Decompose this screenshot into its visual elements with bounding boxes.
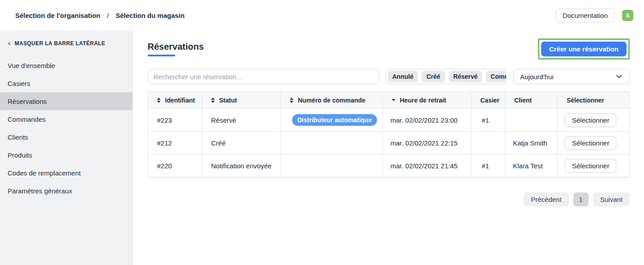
topbar: Sélection de l'organisation / Sélection … <box>0 0 644 30</box>
column-header-heure-de-retrait[interactable]: Heure de retrait <box>383 92 471 109</box>
cell-client <box>505 109 558 132</box>
controls-row: Annulé Créé Réservé Commande Aujourd'hui <box>148 69 630 84</box>
chevron-down-icon <box>615 73 623 81</box>
column-header-casier: Casier <box>471 92 505 109</box>
column-label: Statut <box>219 97 237 104</box>
create-reservation-button[interactable]: Créer une réservation <box>541 42 627 56</box>
main-content: Réservations Créer une réservation Annul… <box>133 30 644 265</box>
previous-page-button[interactable]: Précédent <box>524 192 568 206</box>
sidebar: ‹ MASQUER LA BARRE LATÉRALE Vue d'ensemb… <box>0 30 133 265</box>
filter-chip-cree[interactable]: Créé <box>422 71 445 82</box>
sort-icon <box>157 98 161 103</box>
cell-casier <box>471 132 505 154</box>
sort-icon <box>290 98 293 103</box>
cell-numero-de-commande <box>281 154 383 177</box>
reservations-table: Identifiant Statut Numéro de commande He… <box>148 91 630 178</box>
cell-casier: #1 <box>471 109 505 132</box>
select-row-button[interactable]: Sélectionner <box>565 113 616 127</box>
column-header-selectionner: Sélectionner <box>558 92 629 109</box>
sidebar-collapse-label: MASQUER LA BARRE LATÉRALE <box>15 40 106 47</box>
sidebar-item-commandes[interactable]: Commandes <box>0 110 132 128</box>
page-number-button[interactable]: 1 <box>573 192 589 206</box>
cell-heure-de-retrait: mar. 02/02/2021 21:45 <box>383 154 471 177</box>
page-title: Réservations <box>148 42 204 56</box>
cell-client: Katja Smith <box>505 132 558 154</box>
column-label: Client <box>514 97 532 104</box>
sidebar-item-produits[interactable]: Produits <box>0 146 132 164</box>
documentation-button[interactable]: Documentation <box>556 9 614 22</box>
filter-chip-reserve[interactable]: Réservé <box>449 71 483 82</box>
topbar-right: Documentation S <box>556 9 633 22</box>
column-label: Numéro de commande <box>298 97 365 104</box>
select-row-button[interactable]: Sélectionner <box>565 136 616 150</box>
sidebar-item-clients[interactable]: Clients <box>0 128 132 146</box>
status-filter-group: Annulé Créé Réservé Commande <box>386 69 506 84</box>
next-page-button[interactable]: Suivant <box>593 192 630 206</box>
breadcrumb-magasin[interactable]: Sélection du magasin <box>115 12 184 19</box>
cell-action: Sélectionner <box>558 132 629 154</box>
column-label: Casier <box>480 97 500 104</box>
sidebar-item-parametres-generaux[interactable]: Paramètres généraux <box>0 182 132 200</box>
sort-icon <box>211 98 215 103</box>
app-window: Sélection de l'organisation / Sélection … <box>0 0 644 265</box>
cell-action: Sélectionner <box>558 109 629 132</box>
title-row: Réservations Créer une réservation <box>148 38 630 60</box>
cell-identifiant: #220 <box>148 154 202 177</box>
select-row-button[interactable]: Sélectionner <box>565 159 616 173</box>
body-layout: ‹ MASQUER LA BARRE LATÉRALE Vue d'ensemb… <box>0 30 644 265</box>
sidebar-item-codes-de-remplacement[interactable]: Codes de remplacement <box>0 164 132 182</box>
column-label: Identifiant <box>165 97 195 104</box>
cell-heure-de-retrait: mar. 02/02/2021 23:00 <box>383 109 471 132</box>
create-button-highlight: Créer une réservation <box>538 38 630 60</box>
sort-desc-icon <box>392 99 395 101</box>
breadcrumb-separator: / <box>107 12 109 19</box>
sidebar-item-vue-densemble[interactable]: Vue d'ensemble <box>0 56 132 74</box>
cell-identifiant: #212 <box>148 132 202 154</box>
sidebar-nav: Vue d'ensemble Casiers Réservations Comm… <box>0 56 132 200</box>
breadcrumb: Sélection de l'organisation / Sélection … <box>15 12 185 19</box>
cell-statut: Notification envoyée <box>202 154 281 177</box>
cell-statut: Réservé <box>202 109 281 132</box>
date-filter-select[interactable]: Aujourd'hui <box>513 69 630 84</box>
cell-casier: #1 <box>471 154 505 177</box>
column-header-numero-de-commande[interactable]: Numéro de commande <box>281 92 383 109</box>
cell-client: Klara Test <box>505 154 558 177</box>
column-header-client: Client <box>505 92 558 109</box>
column-header-identifiant[interactable]: Identifiant <box>148 92 202 109</box>
order-source-badge: Distributeur automatique <box>292 114 377 126</box>
column-label: Heure de retrait <box>400 97 446 104</box>
filter-chip-commande[interactable]: Commande <box>486 71 506 82</box>
sidebar-item-reservations[interactable]: Réservations <box>0 92 132 110</box>
sidebar-collapse-button[interactable]: ‹ MASQUER LA BARRE LATÉRALE <box>0 36 132 56</box>
cell-action: Sélectionner <box>558 154 629 177</box>
column-header-statut[interactable]: Statut <box>202 92 281 109</box>
sidebar-item-casiers[interactable]: Casiers <box>0 74 132 92</box>
cell-heure-de-retrait: mar. 02/02/2021 22:15 <box>383 132 471 154</box>
chevron-left-icon: ‹ <box>8 41 11 46</box>
cell-identifiant: #223 <box>148 109 202 132</box>
cell-statut: Créé <box>202 132 281 154</box>
search-input[interactable] <box>148 69 379 84</box>
pagination: Précédent 1 Suivant <box>148 192 630 206</box>
column-label: Sélectionner <box>567 97 604 104</box>
date-filter-value: Aujourd'hui <box>520 73 554 81</box>
avatar[interactable]: S <box>622 10 633 21</box>
cell-numero-de-commande: Distributeur automatique <box>281 109 383 132</box>
breadcrumb-organisation[interactable]: Sélection de l'organisation <box>15 12 100 19</box>
cell-numero-de-commande <box>281 132 383 154</box>
filter-chip-annule[interactable]: Annulé <box>388 71 418 82</box>
